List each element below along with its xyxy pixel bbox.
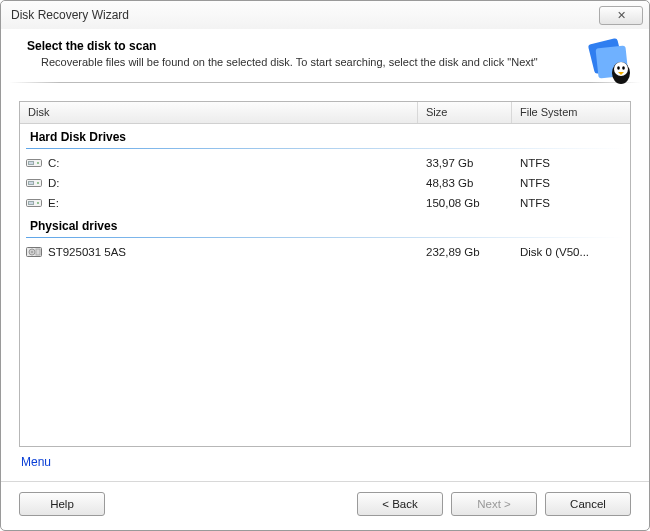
content-area: Disk Size File System Hard Disk DrivesC:… [1, 83, 649, 481]
cell-size: 150,08 Gb [418, 197, 512, 209]
cell-disk: ST925031 5AS [20, 246, 418, 258]
wizard-icon [585, 37, 635, 87]
group-separator [26, 237, 624, 238]
cell-size: 33,97 Gb [418, 157, 512, 169]
svg-rect-18 [36, 249, 40, 255]
table-row[interactable]: ST925031 5AS232,89 GbDisk 0 (V50... [20, 242, 630, 262]
wizard-header: Select the disk to scan Recoverable file… [1, 29, 649, 82]
table-row[interactable]: D:48,83 GbNTFS [20, 173, 630, 193]
svg-point-11 [37, 182, 39, 184]
drive-icon [26, 197, 42, 209]
header-title: Select the disk to scan [27, 39, 633, 53]
list-body: Hard Disk DrivesC:33,97 GbNTFSD:48,83 Gb… [20, 124, 630, 446]
header-description: Recoverable files will be found on the s… [27, 55, 547, 70]
disk-label: C: [48, 157, 60, 169]
cell-size: 232,89 Gb [418, 246, 512, 258]
column-filesystem[interactable]: File System [512, 102, 630, 123]
disk-label: ST925031 5AS [48, 246, 126, 258]
close-button[interactable]: ✕ [599, 6, 643, 25]
svg-point-8 [37, 162, 39, 164]
table-row[interactable]: E:150,08 GbNTFS [20, 193, 630, 213]
svg-point-4 [617, 66, 620, 69]
disk-label: E: [48, 197, 59, 209]
disk-list: Disk Size File System Hard Disk DrivesC:… [19, 101, 631, 447]
cell-disk: E: [20, 197, 418, 209]
window-frame: Disk Recovery Wizard ✕ Select the disk t… [0, 0, 650, 531]
cell-disk: C: [20, 157, 418, 169]
disk-label: D: [48, 177, 60, 189]
help-button[interactable]: Help [19, 492, 105, 516]
menu-link[interactable]: Menu [19, 447, 53, 473]
titlebar: Disk Recovery Wizard ✕ [1, 1, 649, 29]
svg-point-5 [622, 66, 625, 69]
back-button[interactable]: < Back [357, 492, 443, 516]
svg-rect-7 [29, 161, 34, 164]
cell-size: 48,83 Gb [418, 177, 512, 189]
cell-filesystem: NTFS [512, 177, 630, 189]
column-disk[interactable]: Disk [20, 102, 418, 123]
column-size[interactable]: Size [418, 102, 512, 123]
footer: Help < Back Next > Cancel [1, 481, 649, 530]
column-headers: Disk Size File System [20, 102, 630, 124]
svg-rect-13 [29, 201, 34, 204]
svg-point-14 [37, 202, 39, 204]
physical-drive-icon [26, 246, 42, 258]
cell-disk: D: [20, 177, 418, 189]
drive-icon [26, 157, 42, 169]
close-icon: ✕ [617, 9, 626, 22]
next-button[interactable]: Next > [451, 492, 537, 516]
cell-filesystem: NTFS [512, 157, 630, 169]
table-row[interactable]: C:33,97 GbNTFS [20, 153, 630, 173]
group-separator [26, 148, 624, 149]
svg-point-17 [31, 251, 33, 253]
svg-rect-10 [29, 181, 34, 184]
drive-icon [26, 177, 42, 189]
group-header: Physical drives [20, 213, 630, 235]
cancel-button[interactable]: Cancel [545, 492, 631, 516]
window-title: Disk Recovery Wizard [11, 8, 129, 22]
cell-filesystem: NTFS [512, 197, 630, 209]
cell-filesystem: Disk 0 (V50... [512, 246, 630, 258]
group-header: Hard Disk Drives [20, 124, 630, 146]
